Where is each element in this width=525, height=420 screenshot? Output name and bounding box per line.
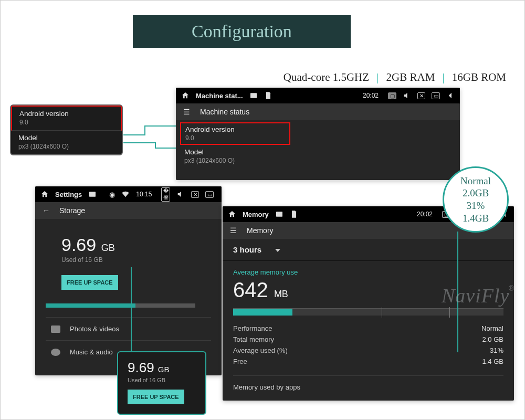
model-label: Model [18,134,114,142]
memory-apps-row[interactable]: Memory used by apps [223,376,514,393]
memory-stats: Performance Normal Total memory 2.0 GB A… [223,316,514,370]
sub-bar-title: Storage [59,206,85,215]
sdcard-icon [264,91,272,100]
close-icon[interactable]: ✕ [191,191,199,198]
back-arrow-icon[interactable]: ← [43,206,51,215]
connector-line [123,134,144,135]
screenshot-icon[interactable]: �謦 [161,187,170,202]
connector-line [155,142,156,148]
memory-avg-label: Average memory use [233,268,503,276]
svg-rect-0 [250,93,257,98]
storage-bar [46,303,195,308]
model-value: px3 (1024x600 O) [184,157,453,164]
callout-storage-number: 9.69 [128,360,154,375]
spec-divider: | [442,70,444,84]
connector-line [144,125,145,135]
topbar-title: Machine stat... [196,92,243,100]
home-icon[interactable] [228,210,236,218]
memory-avg-number: 642 [233,278,268,301]
config-title: Configuration [192,22,292,41]
row-android-version: Android version 9.0 [11,106,122,131]
clock-text: 20:02 [363,92,379,99]
stat-label: Total memory [233,335,274,343]
callout-storage: 9.69 GB Used of 16 GB FREE UP SPACE [117,351,206,415]
android-version-label: Android version [185,125,285,133]
hamburger-icon[interactable]: ☰ [183,108,192,116]
callout-storage-caption: Used of 16 GB [128,377,196,383]
clock-text: 20:02 [417,211,433,218]
sub-bar: ← Storage [35,202,222,219]
memory-bar [233,308,503,316]
row-android-version[interactable]: Android version 9.0 [180,122,290,145]
sdcard-icon [290,210,298,218]
music-icon [51,349,60,356]
list-item-photos[interactable]: Photos & videos [46,317,211,340]
spec-ram: 2GB RAM [386,71,435,84]
callout-memory-circle: Normal 2.0GB 31% 1.4GB [443,166,509,233]
watermark-reg-icon: ® [509,284,514,292]
window-storage: Settings ◉ 10:15 �謦 ✕ ▭ ← Storage 9.69 G… [35,186,222,375]
close-icon[interactable]: ✕ [417,92,425,99]
back-icon[interactable] [446,91,455,100]
row-model[interactable]: Model px3 (1024x600 O) [176,145,460,169]
spec-rom: 16GB ROM [452,71,506,84]
android-version-value: 9.0 [185,134,285,142]
config-banner: Configuration [133,15,351,48]
sub-bar-title: Memory [247,226,274,235]
memory-range-selector[interactable]: 3 hours [223,239,514,261]
storage-used-value: 9.69 GB [61,235,211,255]
free-up-space-button[interactable]: FREE UP SPACE [61,275,118,290]
memory-range-label: 3 hours [233,245,261,254]
callout-storage-unit: GB [158,365,170,374]
circle-line1: Normal [460,175,491,187]
stat-row-free: Free 1.4 GB [233,356,503,367]
picture-icon [249,91,258,100]
storage-used-unit: GB [101,243,115,253]
topbar-title: Memory [243,211,269,218]
home-icon[interactable] [40,190,49,198]
home-icon[interactable] [181,91,190,100]
stat-label: Average used (%) [233,346,288,354]
connector-line [131,267,132,351]
callout-storage-value: 9.69 GB [128,360,196,376]
stat-label: Free [233,358,247,365]
wifi-icon [121,190,130,198]
list-label: Music & audio [70,348,113,356]
volume-icon[interactable] [176,190,185,198]
android-topbar: Machine stat... 20:02 ▢ ✕ ▭ [176,88,460,103]
stat-value: 2.0 GB [482,335,503,343]
back-icon[interactable] [220,190,222,198]
callout-android-version: Android version 9.0 Model px3 (1024x600 … [10,104,123,155]
photos-icon [51,326,60,333]
free-up-space-button[interactable]: FREE UP SPACE [128,390,184,404]
volume-icon[interactable] [403,91,411,100]
model-value: px3 (1024x600 O) [18,143,114,150]
recent-icon[interactable]: ▭ [205,191,214,198]
stat-value: Normal [481,324,503,332]
stat-label: Performance [233,324,272,332]
sub-bar: ☰ Machine status [176,103,460,120]
stat-row-performance: Performance Normal [233,323,503,334]
circle-line4: 1.4GB [463,212,489,225]
clock-text: 10:15 [136,191,152,198]
recent-icon[interactable]: ▭ [432,92,440,99]
stat-row-avg: Average used (%) 31% [233,345,503,356]
model-label: Model [184,148,453,156]
hamburger-icon[interactable]: ☰ [230,226,238,235]
circle-line2: 2.0GB [463,187,489,200]
connector-line [123,142,155,143]
location-icon: ◉ [109,191,115,198]
row-model: Model px3 (1024x600 O) [11,131,122,154]
topbar-title: Settings [55,191,82,198]
circle-line3: 31% [467,200,485,212]
stat-value: 1.4 GB [482,358,503,365]
picture-icon [275,210,284,218]
connector-line [144,125,176,127]
stat-value: 31% [490,346,503,354]
spec-divider: | [376,70,379,84]
storage-used-caption: Used of 16 GB [61,256,211,264]
storage-used-number: 9.69 [61,235,96,255]
screenshot-icon[interactable]: ▢ [388,92,396,99]
window-machine-status: Machine stat... 20:02 ▢ ✕ ▭ ☰ Machine st… [176,88,460,180]
android-version-value: 9.0 [19,119,113,126]
